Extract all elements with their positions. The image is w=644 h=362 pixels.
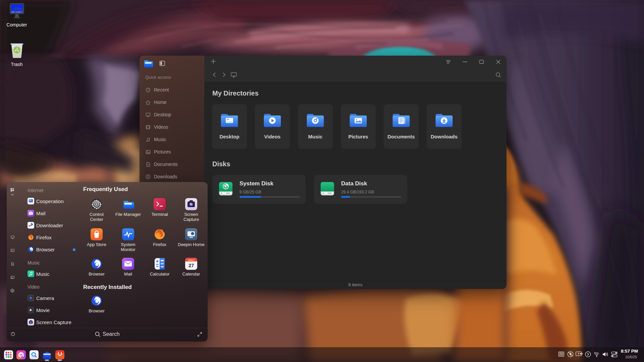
svg-text:27: 27 — [189, 262, 194, 268]
svg-text:MARCH: MARCH — [188, 259, 195, 261]
svg-text:6: 6 — [594, 352, 595, 354]
